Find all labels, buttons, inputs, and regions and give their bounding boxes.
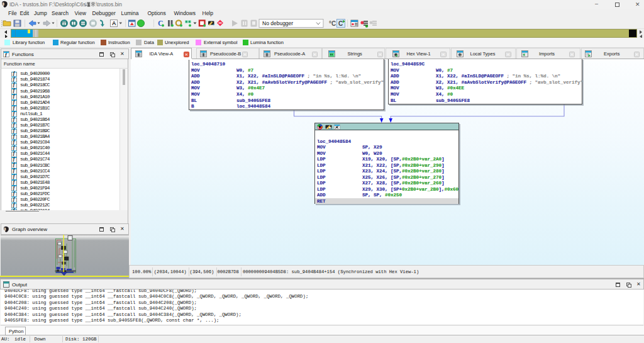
svg-text:0: 0 bbox=[459, 53, 461, 57]
svg-text:°C: °C bbox=[329, 20, 336, 27]
svg-text:C: C bbox=[338, 20, 343, 27]
svg-text:No debugger: No debugger bbox=[262, 20, 293, 26]
svg-text:A: A bbox=[112, 20, 116, 26]
